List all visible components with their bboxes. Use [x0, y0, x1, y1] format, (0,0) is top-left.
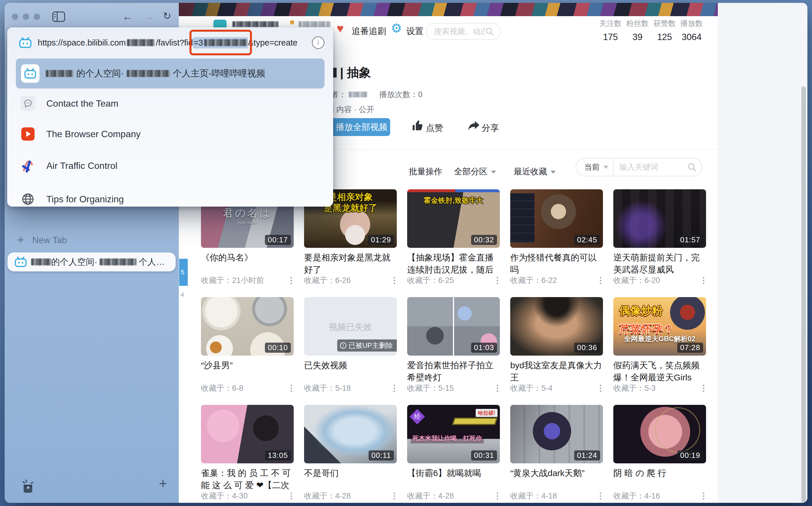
- video-title[interactable]: 爱音拍素世拍祥子拍立希壁咚灯: [407, 359, 500, 384]
- more-menu-icon[interactable]: [703, 277, 706, 284]
- video-title[interactable]: “沙县男”: [201, 359, 294, 384]
- more-menu-icon[interactable]: [703, 493, 706, 500]
- more-menu-icon[interactable]: [291, 493, 294, 500]
- play-all-button[interactable]: 播放全部视频: [333, 118, 390, 136]
- back-icon[interactable]: ←: [122, 11, 133, 22]
- stat-fans[interactable]: 粉丝数 39: [624, 18, 651, 43]
- video-title[interactable]: 作为怪猎代餐真的可以吗: [510, 252, 603, 276]
- video-thumbnail[interactable]: 01:57: [613, 189, 706, 248]
- like-button[interactable]: 点赞: [426, 122, 443, 134]
- search-icon[interactable]: [687, 163, 697, 172]
- bangumi-link[interactable]: 追番追剧: [351, 25, 386, 37]
- sort-dropdown[interactable]: 最近收藏: [514, 166, 556, 177]
- video-title[interactable]: 要是相亲对象是黑龙就好了: [304, 252, 397, 276]
- video-thumbnail[interactable]: 13:05: [201, 405, 294, 463]
- search-icon[interactable]: [485, 27, 494, 36]
- video-title[interactable]: 【抽象现场】霍金直播连续肘击汉尼拔，随后直播间被封: [407, 252, 500, 276]
- video-card[interactable]: 01:24 “黄泉大战dark天鹅” 收藏于： 4-18: [510, 405, 603, 501]
- more-menu-icon[interactable]: [600, 277, 603, 284]
- url-row[interactable]: https://space.bilibili.com /favlist?fid …: [7, 32, 333, 53]
- video-thumbnail[interactable]: 07:28 偶像炒粉芹菜怀孕？全网最逆天GBC解析02: [613, 297, 706, 356]
- chevron-down-icon[interactable]: [603, 166, 608, 169]
- video-thumbnail[interactable]: 00:36: [510, 297, 603, 356]
- stat-likes[interactable]: 获赞数 125: [651, 18, 678, 43]
- traffic-light-zoom-button[interactable]: [34, 13, 40, 20]
- video-thumbnail[interactable]: 01:24: [510, 405, 603, 463]
- thumb-up-icon[interactable]: [411, 119, 424, 132]
- video-card[interactable]: 01:57 逆天萌新提前关门，完美武器尽显威风 收藏于： 6-20: [613, 189, 706, 285]
- video-card[interactable]: 00:31 经死杰米我让你喝，打死你哈拉硕! 【街霸6】就喝就喝 收藏于： 4-…: [407, 405, 500, 501]
- video-title[interactable]: 《你的马名》: [201, 252, 294, 276]
- video-card[interactable]: 00:11 不是哥们 收藏于： 4-28: [304, 405, 397, 501]
- more-menu-icon[interactable]: [394, 277, 397, 284]
- video-card[interactable]: 13:05 雀巢：我 的 员 工 不 可 能 这 么 可 爱 ❤【二次元爆改 收…: [201, 405, 294, 501]
- info-icon[interactable]: i: [312, 36, 324, 49]
- video-title[interactable]: 阴 暗 の 爬 行: [613, 467, 706, 491]
- more-menu-icon[interactable]: [497, 493, 500, 500]
- library-gift-icon[interactable]: [21, 479, 35, 494]
- suggestion-browser-company[interactable]: The Browser Company: [7, 122, 333, 146]
- video-title[interactable]: 已失效视频: [304, 359, 397, 384]
- video-card[interactable]: 00:32 霍金铁肘,致敬牢大 【抽象现场】霍金直播连续肘击汉尼拔，随后直播间被…: [407, 189, 500, 285]
- video-title[interactable]: 【街霸6】就喝就喝: [407, 467, 500, 491]
- collected-label: 收藏于：: [201, 275, 232, 285]
- active-tab[interactable]: 的个人空间· 个人…: [7, 252, 176, 271]
- traffic-light-minimize-button[interactable]: [23, 13, 29, 20]
- more-menu-icon[interactable]: [394, 385, 397, 392]
- video-card[interactable]: 00:10 “沙县男” 收藏于： 6-8: [201, 297, 294, 393]
- share-icon[interactable]: [467, 119, 480, 132]
- stat-follow[interactable]: 关注数 175: [597, 18, 624, 43]
- more-menu-icon[interactable]: [497, 385, 500, 392]
- video-title[interactable]: 雀巢：我 的 员 工 不 可 能 这 么 可 爱 ❤【二次元爆改: [201, 467, 294, 491]
- keyword-search-box[interactable]: 当前: [576, 158, 702, 176]
- video-title[interactable]: 不是哥们: [304, 467, 397, 491]
- settings-link[interactable]: 设置: [406, 25, 424, 37]
- video-title[interactable]: byd我这室友是真像大力王: [510, 359, 603, 384]
- new-space-plus-icon[interactable]: +: [159, 476, 167, 491]
- video-card[interactable]: 00:19 阴 暗 の 爬 行 收藏于： 4-16: [613, 405, 706, 501]
- more-menu-icon[interactable]: [497, 277, 500, 284]
- scrollbar[interactable]: [801, 86, 806, 503]
- batch-action-button[interactable]: 批量操作: [409, 166, 442, 177]
- more-menu-icon[interactable]: [291, 385, 294, 392]
- thumbnail-caption: 经: [409, 409, 425, 424]
- more-menu-icon[interactable]: [600, 385, 603, 392]
- forward-icon[interactable]: →: [143, 11, 154, 22]
- traffic-light-close-button[interactable]: [12, 13, 18, 20]
- share-button[interactable]: 分享: [482, 122, 499, 134]
- new-tab-button[interactable]: New Tab: [32, 235, 67, 246]
- site-search-input[interactable]: [433, 27, 485, 36]
- stat-plays[interactable]: 播放数 3064: [678, 18, 705, 43]
- keyword-input[interactable]: [619, 163, 676, 172]
- video-title[interactable]: 逆天萌新提前关门，完美武器尽显威风: [613, 252, 706, 276]
- video-title[interactable]: “黄泉大战dark天鹅”: [510, 467, 603, 491]
- video-thumbnail[interactable]: 00:32 霍金铁肘,致敬牢大: [407, 189, 500, 248]
- suggestion-selected[interactable]: 的个人空间· 个人主页-哔哩哔哩视频: [16, 59, 324, 88]
- video-thumbnail[interactable]: 视频已失效!已被UP主删除: [304, 297, 397, 356]
- more-menu-icon[interactable]: [394, 493, 397, 500]
- sidebar-toggle-icon[interactable]: [53, 11, 65, 22]
- more-menu-icon[interactable]: [600, 493, 603, 500]
- video-thumbnail[interactable]: 01:03: [407, 297, 500, 356]
- scope-dropdown[interactable]: 当前: [584, 162, 600, 172]
- video-thumbnail[interactable]: 00:11: [304, 405, 397, 463]
- site-search-box[interactable]: [426, 23, 501, 40]
- video-title[interactable]: 假药满天飞，笑点频频爆！全网最逆天Girls Band Cry解析: [613, 359, 706, 384]
- suggestion-air-traffic-control[interactable]: Air Traffic Control: [7, 154, 333, 177]
- reload-icon[interactable]: ↻: [163, 11, 171, 21]
- more-menu-icon[interactable]: [703, 385, 706, 392]
- video-card[interactable]: 07:28 偶像炒粉芹菜怀孕？全网最逆天GBC解析02 假药满天飞，笑点频频爆！…: [613, 297, 706, 393]
- video-card[interactable]: 01:03 爱音拍素世拍祥子拍立希壁咚灯 收藏于： 5-15: [407, 297, 500, 393]
- video-card[interactable]: 视频已失效!已被UP主删除 已失效视频 收藏于： 5-18: [304, 297, 397, 393]
- video-thumbnail[interactable]: 00:19: [613, 405, 706, 463]
- suggestion-tips-organizing[interactable]: Tips for Organizing: [7, 188, 333, 210]
- video-card[interactable]: 02:45 作为怪猎代餐真的可以吗 收藏于： 6-22: [510, 189, 603, 285]
- video-thumbnail[interactable]: 02:45: [510, 189, 603, 248]
- video-card[interactable]: 00:36 byd我这室友是真像大力王 收藏于： 5-4: [510, 297, 603, 393]
- more-menu-icon[interactable]: [291, 277, 294, 284]
- category-dropdown[interactable]: 全部分区: [454, 166, 496, 177]
- suggestion-contact-team[interactable]: Contact the Team: [7, 92, 333, 115]
- video-thumbnail[interactable]: 00:10: [201, 297, 294, 356]
- folder-selected-sliver[interactable]: 5: [179, 259, 188, 286]
- video-thumbnail[interactable]: 00:31 经死杰米我让你喝，打死你哈拉硕!: [407, 405, 500, 463]
